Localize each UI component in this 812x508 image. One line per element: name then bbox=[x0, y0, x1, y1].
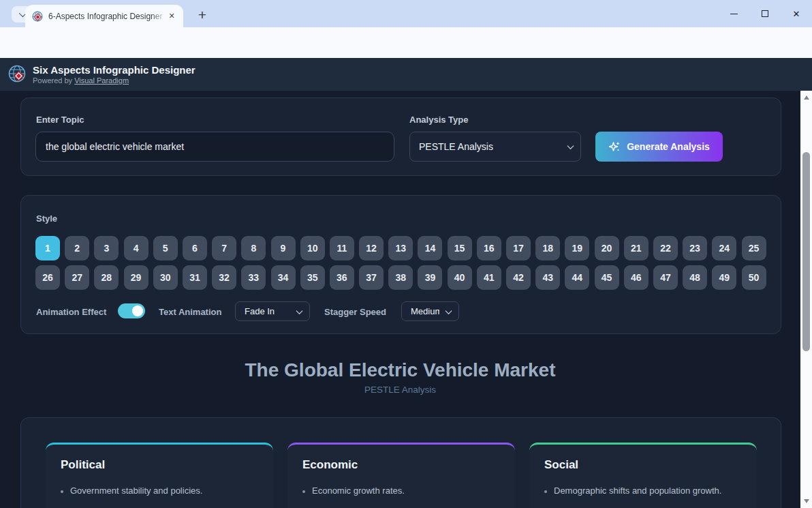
style-option-7[interactable]: 7 bbox=[212, 236, 236, 260]
style-option-24[interactable]: 24 bbox=[712, 236, 736, 260]
maximize-button[interactable] bbox=[749, 0, 781, 27]
style-option-47[interactable]: 47 bbox=[653, 265, 678, 290]
scroll-up-icon bbox=[804, 95, 809, 100]
card-item-text: Demographic shifts and population growth… bbox=[554, 485, 721, 496]
topic-form-panel: Enter Topic Analysis Type PESTLE Analysi… bbox=[20, 98, 781, 176]
style-option-2[interactable]: 2 bbox=[65, 236, 89, 260]
style-option-14[interactable]: 14 bbox=[418, 236, 442, 260]
style-option-10[interactable]: 10 bbox=[300, 236, 325, 260]
scroll-up-button[interactable] bbox=[800, 92, 812, 103]
style-option-31[interactable]: 31 bbox=[183, 265, 207, 290]
style-option-17[interactable]: 17 bbox=[506, 236, 531, 260]
style-option-39[interactable]: 39 bbox=[418, 265, 442, 290]
style-option-6[interactable]: 6 bbox=[183, 236, 207, 260]
style-option-19[interactable]: 19 bbox=[565, 236, 589, 260]
browser-titlebar: 6-Aspects Infographic Designer ✕ + ✕ bbox=[0, 0, 812, 27]
card-title: Political bbox=[61, 458, 258, 472]
aspect-card-political: PoliticalGovernment stability and polici… bbox=[46, 443, 273, 508]
topic-label: Enter Topic bbox=[36, 115, 84, 125]
browser-tab[interactable]: 6-Aspects Infographic Designer ✕ bbox=[25, 5, 183, 27]
style-option-38[interactable]: 38 bbox=[388, 265, 413, 290]
animation-effect-toggle[interactable] bbox=[118, 303, 145, 318]
sparkle-icon bbox=[608, 140, 621, 153]
animation-effect-label: Animation Effect bbox=[36, 307, 106, 317]
scroll-down-button[interactable] bbox=[800, 496, 812, 507]
card-title: Economic bbox=[302, 458, 500, 472]
style-option-12[interactable]: 12 bbox=[359, 236, 384, 260]
style-option-22[interactable]: 22 bbox=[653, 236, 678, 260]
visual-paradigm-link[interactable]: Visual Paradigm bbox=[74, 76, 129, 85]
style-grid: 1234567891011121314151617181920212223242… bbox=[35, 236, 768, 290]
style-option-9[interactable]: 9 bbox=[271, 236, 296, 260]
browser-toolbar: ai-toolbox.visual-paradigm.com/app/six-a… bbox=[0, 27, 812, 58]
style-option-48[interactable]: 48 bbox=[683, 265, 707, 290]
close-button[interactable]: ✕ bbox=[781, 0, 812, 27]
style-option-21[interactable]: 21 bbox=[624, 236, 649, 260]
topic-input[interactable] bbox=[35, 132, 394, 162]
style-option-20[interactable]: 20 bbox=[595, 236, 619, 260]
tab-close-icon[interactable]: ✕ bbox=[166, 10, 178, 23]
cards-row: PoliticalGovernment stability and polici… bbox=[46, 443, 757, 508]
style-option-8[interactable]: 8 bbox=[241, 236, 266, 260]
page-content: Enter Topic Analysis Type PESTLE Analysi… bbox=[0, 91, 800, 508]
bullet-dot-icon bbox=[544, 490, 547, 493]
style-option-28[interactable]: 28 bbox=[94, 265, 119, 290]
minimize-button[interactable] bbox=[718, 0, 749, 27]
new-tab-button[interactable]: + bbox=[193, 5, 212, 25]
style-option-37[interactable]: 37 bbox=[359, 265, 384, 290]
page-scrollbar[interactable] bbox=[800, 91, 812, 508]
card-item-text: Government stability and policies. bbox=[70, 485, 202, 496]
style-option-13[interactable]: 13 bbox=[388, 236, 413, 260]
style-panel: Style 1234567891011121314151617181920212… bbox=[20, 195, 781, 334]
style-option-41[interactable]: 41 bbox=[477, 265, 501, 290]
style-option-27[interactable]: 27 bbox=[65, 265, 89, 290]
style-option-30[interactable]: 30 bbox=[153, 265, 178, 290]
style-option-44[interactable]: 44 bbox=[565, 265, 589, 290]
style-option-49[interactable]: 49 bbox=[712, 265, 736, 290]
aspect-card-social: SocialDemographic shifts and population … bbox=[529, 443, 757, 508]
aspect-card-economic: EconomicEconomic growth rates. bbox=[287, 443, 515, 508]
text-animation-label: Text Animation bbox=[159, 307, 221, 317]
visual-paradigm-logo bbox=[8, 65, 27, 84]
app-header: Six Aspects Infographic Designer Powered… bbox=[0, 58, 812, 91]
bullet-dot-icon bbox=[302, 490, 305, 493]
style-option-29[interactable]: 29 bbox=[124, 265, 149, 290]
style-option-23[interactable]: 23 bbox=[683, 236, 707, 260]
style-option-1[interactable]: 1 bbox=[35, 236, 60, 260]
favicon-icon bbox=[32, 11, 43, 22]
style-option-43[interactable]: 43 bbox=[535, 265, 560, 290]
style-option-50[interactable]: 50 bbox=[742, 265, 766, 290]
analysis-type-select[interactable]: PESTLE Analysis bbox=[409, 132, 581, 162]
style-option-25[interactable]: 25 bbox=[742, 236, 766, 260]
card-item: Government stability and policies. bbox=[61, 485, 258, 496]
generate-analysis-label: Generate Analysis bbox=[627, 141, 710, 152]
style-option-34[interactable]: 34 bbox=[271, 265, 296, 290]
style-option-32[interactable]: 32 bbox=[212, 265, 236, 290]
style-option-3[interactable]: 3 bbox=[94, 236, 119, 260]
style-option-35[interactable]: 35 bbox=[300, 265, 325, 290]
style-option-11[interactable]: 11 bbox=[330, 236, 354, 260]
generate-analysis-button[interactable]: Generate Analysis bbox=[595, 132, 723, 162]
style-option-18[interactable]: 18 bbox=[535, 236, 560, 260]
style-option-15[interactable]: 15 bbox=[448, 236, 472, 260]
style-option-40[interactable]: 40 bbox=[448, 265, 472, 290]
style-option-45[interactable]: 45 bbox=[595, 265, 619, 290]
text-animation-select[interactable]: Fade In bbox=[235, 301, 310, 321]
style-option-33[interactable]: 33 bbox=[241, 265, 266, 290]
scrollbar-thumb[interactable] bbox=[802, 152, 810, 351]
style-option-16[interactable]: 16 bbox=[477, 236, 501, 260]
card-item: Demographic shifts and population growth… bbox=[544, 485, 742, 496]
style-option-36[interactable]: 36 bbox=[330, 265, 354, 290]
style-option-42[interactable]: 42 bbox=[506, 265, 531, 290]
bullet-dot-icon bbox=[61, 490, 63, 493]
stagger-speed-select[interactable]: Medium bbox=[401, 301, 459, 321]
card-title: Social bbox=[544, 458, 742, 472]
analysis-type-label: Analysis Type bbox=[409, 115, 468, 125]
style-option-5[interactable]: 5 bbox=[153, 236, 178, 260]
close-icon: ✕ bbox=[793, 9, 800, 19]
style-option-26[interactable]: 26 bbox=[35, 265, 60, 290]
style-option-4[interactable]: 4 bbox=[124, 236, 149, 260]
stagger-speed-select-wrap: Medium bbox=[401, 301, 459, 321]
style-option-46[interactable]: 46 bbox=[624, 265, 649, 290]
text-animation-select-wrap: Fade In bbox=[235, 301, 310, 321]
